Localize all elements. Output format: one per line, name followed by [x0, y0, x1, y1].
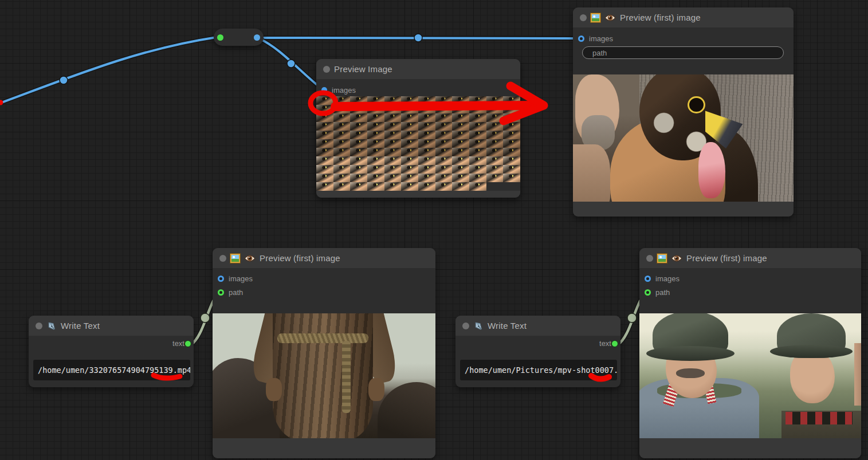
thumbnail-frame: [367, 156, 384, 165]
path-widget-label: path: [592, 49, 607, 57]
node-header[interactable]: Preview (first) image: [639, 248, 861, 268]
thumbnail-frame: [333, 131, 351, 139]
thumbnail-frame: [384, 113, 402, 122]
collapse-dot[interactable]: [646, 255, 653, 262]
node-footer: [213, 438, 435, 458]
node-title: Write Text: [61, 321, 100, 331]
thumbnail-frame: [367, 182, 384, 191]
port-label: images: [655, 274, 680, 283]
thumbnail-frame: [401, 131, 418, 139]
soldier-collar: [785, 412, 852, 424]
preview-image-output: [213, 313, 435, 438]
thumbnail-frame: [486, 131, 504, 139]
falcon-photo: [573, 74, 794, 209]
thumbnail-frame: [469, 113, 486, 122]
images-input-port[interactable]: [645, 276, 651, 282]
node-header[interactable]: Preview Image: [316, 59, 520, 79]
thumbnail-frame: [316, 148, 333, 156]
collapse-dot[interactable]: [36, 323, 42, 329]
eye-icon: [671, 254, 682, 262]
node-preview-first-right[interactable]: Preview (first) image images path: [639, 248, 861, 458]
thumbnail-frame: [384, 105, 402, 113]
soldiers-photo: [639, 313, 861, 438]
thumbnail-frame: [384, 131, 402, 139]
output-label: text: [172, 339, 184, 348]
thumbnail-frame: [350, 182, 367, 191]
thumbnail-frame: [469, 182, 486, 191]
text-output-port[interactable]: [184, 340, 191, 347]
collapse-dot[interactable]: [219, 255, 226, 262]
text-value-widget[interactable]: /home/umen/Pictures/mpv-shot0007.jpg: [460, 360, 617, 380]
thumbnail-frame: [452, 122, 469, 131]
images-input-port[interactable]: [578, 36, 584, 42]
thumbnail-frame: [350, 165, 367, 174]
thumbnail-frame: [316, 182, 333, 191]
thumbnail-frame: [418, 122, 435, 131]
thumbnail-frame: [503, 174, 520, 182]
node-header[interactable]: Write Text: [455, 316, 620, 336]
link-midpoint-dot[interactable]: [201, 313, 210, 323]
collapse-dot[interactable]: [323, 66, 330, 73]
thumbnail-frame: [418, 139, 435, 148]
link-midpoint-dot[interactable]: [60, 76, 68, 84]
node-preview-first-top[interactable]: Preview (first) image images path: [573, 7, 794, 217]
thumbnail-frame: [333, 96, 351, 105]
thumbnail-frame: [350, 122, 367, 131]
link-midpoint-dot[interactable]: [287, 60, 295, 68]
images-input-port[interactable]: [218, 276, 224, 282]
text-value-widget[interactable]: /home/umen/332076574904795139.mp4: [33, 360, 190, 380]
thumbnail-frame: [333, 174, 351, 182]
rope-tail: [342, 341, 351, 413]
thumbnail-frame: [418, 174, 435, 182]
thumbnail-grid: [316, 96, 520, 191]
node-header[interactable]: Write Text: [29, 316, 194, 336]
thumbnail-frame: [418, 182, 435, 191]
node-preview-first-mid[interactable]: Preview (first) image images path: [213, 248, 435, 458]
images-input-port[interactable]: [321, 87, 327, 93]
node-title: Preview (first) image: [620, 13, 701, 22]
thumbnail-frame: [486, 148, 504, 156]
thumbnail-frame: [418, 96, 435, 105]
path-input-port[interactable]: [645, 289, 651, 296]
collapsed-node[interactable]: [214, 29, 264, 46]
thumbnail-frame: [316, 131, 333, 139]
link-outline: [259, 38, 577, 38]
pill-input-port[interactable]: [217, 34, 223, 41]
thumbnail-frame: [350, 96, 367, 105]
path-input-port[interactable]: [218, 289, 224, 296]
thumbnail-frame: [435, 165, 453, 174]
collapse-dot[interactable]: [462, 323, 469, 329]
node-editor-canvas[interactable]: { "colors": { "canvas-bg": "#212121", "g…: [0, 0, 868, 460]
thumbnail-frame: [418, 148, 435, 156]
port-label: images: [589, 34, 613, 43]
thumbnail-frame: [367, 165, 384, 174]
input-row-images: images: [316, 83, 520, 97]
thumbnail-frame: [384, 139, 402, 148]
thumbnail-frame: [486, 113, 504, 122]
node-write-text-right[interactable]: Write Text text /home/umen/Pictures/mpv-…: [455, 316, 620, 387]
link-midpoint-dot[interactable]: [414, 34, 422, 42]
node-header[interactable]: Preview (first) image: [213, 248, 435, 268]
pill-output-port[interactable]: [254, 34, 260, 41]
node-write-text-left[interactable]: Write Text text /home/umen/3320765749047…: [29, 316, 194, 387]
link-midpoint-dot[interactable]: [627, 313, 637, 323]
node-footer: [316, 191, 520, 198]
node-title: Preview (first) image: [686, 253, 767, 263]
text-output-port[interactable]: [611, 340, 618, 347]
thumbnail-frame: [469, 131, 486, 139]
officer-mustache: [676, 368, 705, 378]
node-title: Write Text: [488, 321, 527, 331]
thumbnail-frame: [503, 122, 520, 131]
node-header[interactable]: Preview (first) image: [573, 7, 794, 27]
node-preview-image[interactable]: Preview Image images: [316, 59, 520, 198]
text-value: /home/umen/332076574904795139.mp4: [38, 365, 190, 375]
thumbnail-frame: [367, 139, 384, 148]
robe-body: [273, 313, 373, 438]
collapse-dot[interactable]: [580, 14, 587, 21]
thumbnail-frame: [401, 148, 418, 156]
thumbnail-frame: [452, 182, 469, 191]
thumbnail-frame: [401, 182, 418, 191]
thumbnail-frame: [333, 165, 351, 174]
path-text-widget[interactable]: path: [582, 46, 784, 59]
thumbnail-frame: [367, 105, 384, 113]
